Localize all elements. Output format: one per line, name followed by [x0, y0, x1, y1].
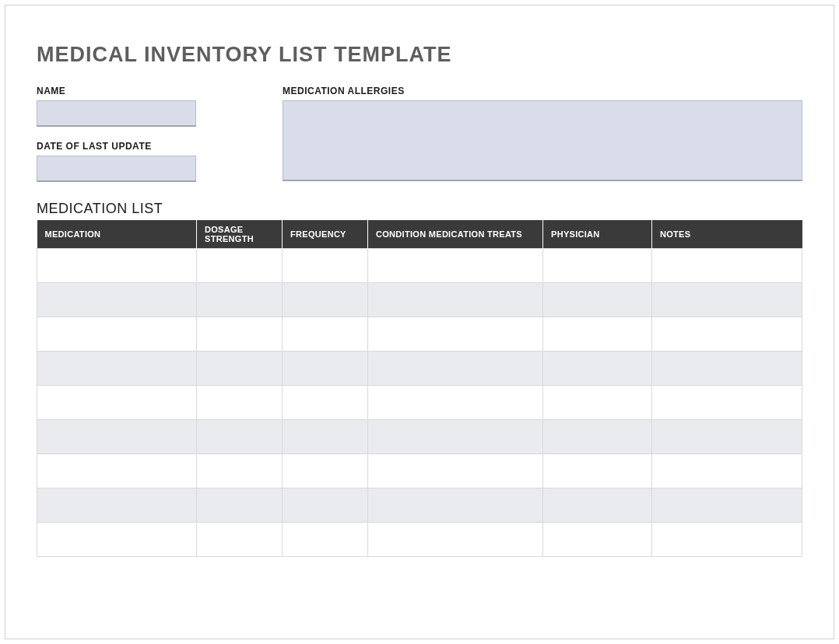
- page-title: MEDICAL INVENTORY LIST TEMPLATE: [37, 43, 802, 67]
- allergies-input[interactable]: [283, 100, 802, 181]
- cell-condition[interactable]: [368, 488, 543, 523]
- cell-condition[interactable]: [368, 523, 543, 557]
- cell-frequency[interactable]: [283, 488, 368, 523]
- cell-dosage[interactable]: [197, 488, 283, 523]
- cell-medication[interactable]: [37, 523, 197, 557]
- spacer: [37, 127, 283, 141]
- cell-condition[interactable]: [368, 249, 543, 283]
- cell-condition[interactable]: [368, 283, 543, 317]
- cell-physician[interactable]: [543, 488, 652, 523]
- cell-medication[interactable]: [37, 420, 197, 454]
- cell-dosage[interactable]: [197, 454, 283, 488]
- cell-frequency[interactable]: [283, 283, 368, 317]
- table-row: [37, 454, 802, 488]
- cell-condition[interactable]: [368, 352, 543, 386]
- cell-notes[interactable]: [652, 283, 802, 317]
- cell-frequency[interactable]: [283, 317, 368, 352]
- header-frequency: FREQUENCY: [283, 220, 368, 249]
- cell-frequency[interactable]: [283, 454, 368, 488]
- cell-dosage[interactable]: [197, 283, 283, 317]
- cell-physician[interactable]: [543, 523, 652, 557]
- cell-dosage[interactable]: [197, 523, 283, 557]
- cell-notes[interactable]: [652, 420, 802, 454]
- cell-physician[interactable]: [543, 454, 652, 488]
- cell-notes[interactable]: [652, 317, 802, 352]
- header-condition: CONDITION MEDICATION TREATS: [368, 220, 543, 249]
- right-column: MEDICATION ALLERGIES: [283, 86, 802, 181]
- info-row: NAME DATE OF LAST UPDATE MEDICATION ALLE…: [37, 86, 802, 182]
- table-row: [37, 386, 802, 420]
- cell-medication[interactable]: [37, 283, 197, 317]
- name-label: NAME: [37, 86, 283, 96]
- table-row: [37, 352, 802, 386]
- cell-medication[interactable]: [37, 386, 197, 420]
- cell-dosage[interactable]: [197, 352, 283, 386]
- table-row: [37, 523, 802, 557]
- cell-medication[interactable]: [37, 352, 197, 386]
- cell-frequency[interactable]: [283, 523, 368, 557]
- table-header-row: MEDICATION DOSAGE STRENGTH FREQUENCY CON…: [37, 220, 802, 249]
- name-input[interactable]: [37, 100, 196, 127]
- cell-notes[interactable]: [652, 249, 802, 283]
- cell-condition[interactable]: [368, 386, 543, 420]
- header-physician: PHYSICIAN: [543, 220, 652, 249]
- cell-notes[interactable]: [652, 386, 802, 420]
- medication-table: MEDICATION DOSAGE STRENGTH FREQUENCY CON…: [37, 220, 802, 557]
- table-row: [37, 488, 802, 523]
- cell-medication[interactable]: [37, 317, 197, 352]
- left-column: NAME DATE OF LAST UPDATE: [37, 86, 283, 182]
- cell-dosage[interactable]: [197, 317, 283, 352]
- cell-dosage[interactable]: [197, 386, 283, 420]
- document-frame: MEDICAL INVENTORY LIST TEMPLATE NAME DAT…: [5, 5, 834, 639]
- cell-physician[interactable]: [543, 420, 652, 454]
- cell-physician[interactable]: [543, 352, 652, 386]
- cell-medication[interactable]: [37, 454, 197, 488]
- cell-frequency[interactable]: [283, 352, 368, 386]
- table-row: [37, 317, 802, 352]
- cell-condition[interactable]: [368, 317, 543, 352]
- cell-notes[interactable]: [652, 488, 802, 523]
- header-medication: MEDICATION: [37, 220, 197, 249]
- header-notes: NOTES: [652, 220, 802, 249]
- section-title: MEDICATION LIST: [37, 201, 802, 217]
- cell-physician[interactable]: [543, 249, 652, 283]
- cell-dosage[interactable]: [197, 420, 283, 454]
- cell-notes[interactable]: [652, 454, 802, 488]
- date-label: DATE OF LAST UPDATE: [37, 141, 283, 152]
- cell-frequency[interactable]: [283, 249, 368, 283]
- cell-condition[interactable]: [368, 420, 543, 454]
- cell-notes[interactable]: [652, 523, 802, 557]
- cell-medication[interactable]: [37, 249, 197, 283]
- allergies-label: MEDICATION ALLERGIES: [283, 86, 802, 96]
- cell-notes[interactable]: [652, 352, 802, 386]
- cell-physician[interactable]: [543, 386, 652, 420]
- date-input[interactable]: [37, 156, 196, 182]
- cell-condition[interactable]: [368, 454, 543, 488]
- table-row: [37, 420, 802, 454]
- cell-physician[interactable]: [543, 283, 652, 317]
- table-row: [37, 249, 802, 283]
- cell-frequency[interactable]: [283, 386, 368, 420]
- cell-frequency[interactable]: [283, 420, 368, 454]
- cell-dosage[interactable]: [197, 249, 283, 283]
- cell-physician[interactable]: [543, 317, 652, 352]
- header-dosage: DOSAGE STRENGTH: [197, 220, 283, 249]
- cell-medication[interactable]: [37, 488, 197, 523]
- table-row: [37, 283, 802, 317]
